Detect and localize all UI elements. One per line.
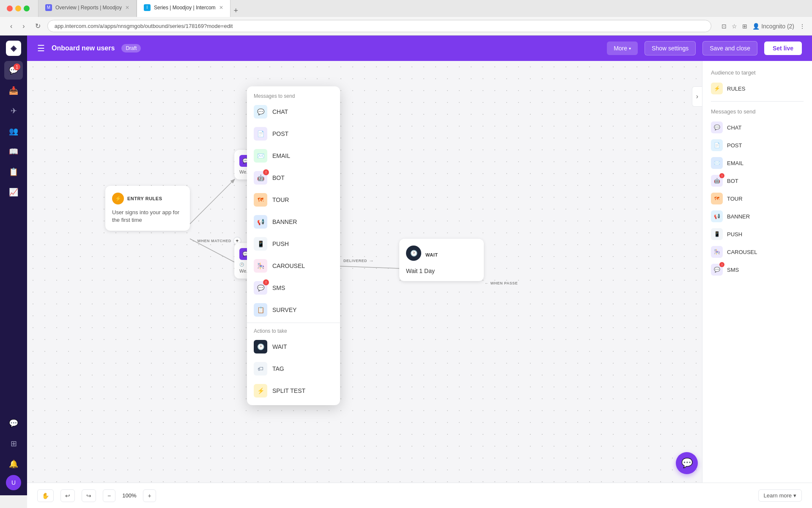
- rules-item[interactable]: ⚡ RULES: [711, 83, 804, 94]
- rs-post-label: POST: [727, 142, 742, 149]
- app-container: ◈ 💬 1 📥 ✈ 👥 📖 📋 📈 💬 ⊞: [0, 36, 812, 495]
- rs-banner-item[interactable]: 📢 BANNER: [711, 210, 804, 222]
- user-avatar[interactable]: U: [6, 475, 21, 490]
- new-tab-button[interactable]: +: [230, 5, 242, 17]
- dropdown-menu[interactable]: Messages to send 💬 CHAT 📄 POST: [247, 86, 340, 405]
- dropdown-item-split-test[interactable]: ⚡ SPLIT TEST: [247, 380, 340, 402]
- browser-icons: ⊡ ☆ ⊞ 👤 Incognito (2) ⋮: [721, 23, 805, 30]
- back-button[interactable]: ‹: [7, 21, 16, 32]
- zoom-out-button[interactable]: −: [103, 489, 115, 502]
- zoom-in-button[interactable]: +: [143, 489, 156, 502]
- right-sidebar: Audience to target ⚡ RULES Messages to s…: [702, 61, 812, 495]
- rs-email-label: EMAIL: [727, 160, 743, 166]
- save-close-button[interactable]: Save and close: [702, 41, 757, 55]
- fullscreen-dot[interactable]: [24, 6, 30, 11]
- canvas[interactable]: ← WHEN MATCHED + ⚡ ENTRY RULES User sign…: [27, 61, 702, 495]
- learn-more-label: Learn more: [764, 492, 792, 499]
- entry-node-header: ⚡ ENTRY RULES: [112, 193, 183, 204]
- main-content: ☰ Onboard new users Draft More ▾ Show se…: [27, 36, 812, 495]
- rs-carousel-item[interactable]: 🎠 CAROUSEL: [711, 246, 804, 258]
- canvas-background: [27, 61, 702, 495]
- rs-chat-item[interactable]: 💬 CHAT: [711, 121, 804, 133]
- dropdown-tour-label: TOUR: [272, 196, 289, 203]
- rs-sms-item[interactable]: 💬 ! SMS: [711, 264, 804, 276]
- dropdown-item-chat[interactable]: 💬 CHAT: [247, 101, 340, 123]
- dropdown-item-tag[interactable]: 🏷 TAG: [247, 358, 340, 380]
- delivered-connector: DELIVERED →: [343, 258, 374, 264]
- entry-rules-node[interactable]: ⚡ ENTRY RULES User signs into your app f…: [105, 186, 190, 231]
- tab-manager-icon: ⊞: [742, 23, 747, 30]
- dropdown-item-push[interactable]: 📱 PUSH: [247, 233, 340, 255]
- rs-email-item[interactable]: ✉️ EMAIL: [711, 157, 804, 169]
- dropdown-item-bot[interactable]: 🤖 ! BOT: [247, 167, 340, 189]
- rs-bot-icon: 🤖 !: [711, 175, 723, 187]
- sidebar-item-analytics[interactable]: 📈: [4, 183, 23, 202]
- forward-button[interactable]: ›: [19, 21, 28, 32]
- dropdown-item-carousel[interactable]: 🎠 CAROUSEL: [247, 255, 340, 277]
- learn-more-button[interactable]: Learn more ▾: [758, 489, 802, 502]
- rs-push-icon: 📱: [711, 228, 723, 240]
- rs-carousel-icon: 🎠: [711, 246, 723, 258]
- chevron-right-icon: ›: [696, 93, 698, 100]
- dropdown-item-tour[interactable]: 🗺 TOUR: [247, 189, 340, 211]
- sidebar-bottom: 💬 ⊞ 🔔 U: [4, 414, 23, 490]
- more-button[interactable]: More ▾: [607, 41, 638, 55]
- sidebar-item-chat-support[interactable]: 💬: [4, 414, 23, 433]
- tab-reports[interactable]: M Overview | Reports | Moodjoy ✕: [38, 0, 137, 17]
- rules-label: RULES: [727, 86, 745, 92]
- rs-sms-icon: 💬 !: [711, 264, 723, 276]
- dropdown-chat-icon-wrap: 💬: [254, 105, 267, 119]
- delivered-arrow: →: [369, 258, 374, 264]
- sidebar-item-inbox[interactable]: 📥: [4, 81, 23, 100]
- minimize-dot[interactable]: [15, 6, 21, 11]
- browser-chrome: M Overview | Reports | Moodjoy ✕ I Serie…: [0, 0, 812, 17]
- sidebar-toggle-button[interactable]: ›: [692, 86, 702, 107]
- dropdown-item-survey[interactable]: 📋 SURVEY: [247, 299, 340, 321]
- reload-button[interactable]: ↻: [32, 20, 44, 32]
- show-settings-button[interactable]: Show settings: [645, 41, 696, 55]
- entry-title: ENTRY RULES: [127, 196, 162, 201]
- sidebar-item-navigate[interactable]: ✈: [4, 102, 23, 120]
- sidebar-item-messages[interactable]: 💬 1: [4, 61, 23, 80]
- sidebar-item-reports[interactable]: 📋: [4, 163, 23, 181]
- wait-title: WAIT: [425, 252, 438, 257]
- dropdown-item-post[interactable]: 📄 POST: [247, 123, 340, 145]
- address-bar[interactable]: app.intercom.com/a/apps/nnsgmgob/outboun…: [47, 20, 712, 32]
- sidebar-divider-1: [711, 101, 804, 102]
- tab-series-close[interactable]: ✕: [219, 5, 223, 11]
- rs-post-icon: 📄: [711, 139, 723, 151]
- dropdown-item-banner[interactable]: 📢 BANNER: [247, 211, 340, 233]
- undo-button[interactable]: ↩: [60, 489, 75, 502]
- dropdown-item-wait[interactable]: 🕐 WAIT: [247, 336, 340, 358]
- tab-reports-close[interactable]: ✕: [125, 5, 129, 11]
- close-dot[interactable]: [7, 6, 13, 11]
- dropdown-tour-icon: 🗺: [254, 193, 267, 207]
- sidebar-item-contacts[interactable]: 👥: [4, 122, 23, 141]
- set-live-button[interactable]: Set live: [764, 41, 802, 55]
- rs-bot-item[interactable]: 🤖 ! BOT: [711, 175, 804, 187]
- sidebar-item-alerts[interactable]: 🔔: [4, 455, 23, 473]
- menu-icon: ⋮: [799, 23, 805, 30]
- app-logo[interactable]: ◈: [6, 41, 21, 56]
- sidebar-item-guides[interactable]: 📖: [4, 142, 23, 161]
- rs-post-item[interactable]: 📄 POST: [711, 139, 804, 151]
- sidebar-item-apps[interactable]: ⊞: [4, 434, 23, 453]
- dropdown-item-email[interactable]: ✉️ EMAIL: [247, 145, 340, 167]
- dropdown-carousel-icon: 🎠: [254, 259, 267, 273]
- menu-hamburger[interactable]: ☰: [37, 43, 45, 53]
- dropdown-item-sms[interactable]: 💬 ! SMS: [247, 277, 340, 299]
- dropdown-bot-badge: !: [263, 169, 269, 175]
- dropdown-chat-icon: 💬: [254, 105, 267, 119]
- dropdown-bot-label: BOT: [272, 174, 285, 181]
- dropdown-sms-badge: !: [263, 279, 269, 285]
- rs-tour-item[interactable]: 🗺 TOUR: [711, 193, 804, 204]
- chat-support-bubble[interactable]: 💬: [676, 452, 698, 474]
- hand-tool-button[interactable]: ✋: [37, 489, 54, 502]
- rs-push-item[interactable]: 📱 PUSH: [711, 228, 804, 240]
- wait-node[interactable]: 🕐 WAIT Wait 1 Day: [399, 239, 484, 281]
- redo-button[interactable]: ↪: [82, 489, 96, 502]
- reports-icon: 📋: [9, 167, 18, 177]
- tab-series[interactable]: I Series | Moodjoy | Intercom ✕: [137, 0, 230, 17]
- when-passed-label: WHEN PASSE: [491, 281, 518, 285]
- more-label: More: [614, 45, 627, 52]
